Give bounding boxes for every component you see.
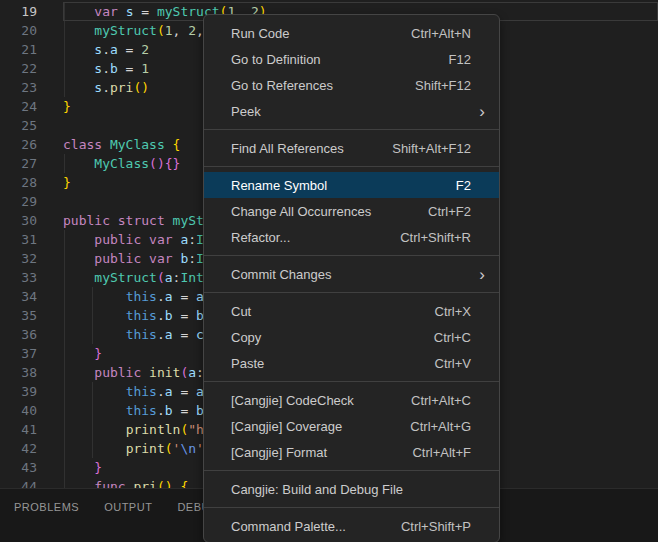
code-text: public var a:I bbox=[63, 230, 204, 249]
menu-item-run-code[interactable]: Run CodeCtrl+Alt+N bbox=[204, 20, 499, 46]
code-text: s.b = 1 bbox=[63, 59, 149, 78]
code-token bbox=[63, 42, 94, 57]
code-token: = bbox=[173, 308, 196, 323]
code-token: a bbox=[165, 384, 173, 399]
menu-item-copy[interactable]: CopyCtrl+C bbox=[204, 324, 499, 350]
line-number: 25 bbox=[0, 116, 37, 135]
line-number: 31 bbox=[0, 230, 37, 249]
line-number: 23 bbox=[0, 78, 37, 97]
line-number: 42 bbox=[0, 439, 37, 458]
menu-item-go-to-references[interactable]: Go to ReferencesShift+F12 bbox=[204, 72, 499, 98]
code-token: a bbox=[110, 42, 118, 57]
submenu-chevron-icon: › bbox=[479, 103, 485, 120]
code-token: . bbox=[102, 42, 110, 57]
menu-item-cangjie-coverage[interactable]: [Cangjie] CoverageCtrl+Alt+G bbox=[204, 413, 499, 439]
menu-item-rename-symbol[interactable]: Rename SymbolF2 bbox=[204, 172, 499, 198]
code-text: myStruct(1, 2, bbox=[63, 21, 204, 40]
menu-item-cangjie-codecheck[interactable]: [Cangjie] CodeCheckCtrl+Alt+C bbox=[204, 387, 499, 413]
menu-item-shortcut: Ctrl+Alt+G bbox=[410, 419, 471, 434]
code-token: public bbox=[63, 213, 110, 228]
code-token bbox=[141, 251, 149, 266]
code-token: 1 bbox=[165, 23, 173, 38]
code-token: var bbox=[149, 251, 172, 266]
menu-item-label: Cut bbox=[231, 304, 251, 319]
code-token: ( bbox=[165, 441, 173, 456]
code-token: ( bbox=[157, 23, 165, 38]
line-number: 28 bbox=[0, 173, 37, 192]
code-token: public bbox=[94, 365, 141, 380]
menu-item-shortcut: Shift+Alt+F12 bbox=[392, 141, 471, 156]
code-token: . bbox=[157, 308, 165, 323]
menu-separator bbox=[204, 292, 499, 293]
menu-item-find-all-references[interactable]: Find All ReferencesShift+Alt+F12 bbox=[204, 135, 499, 161]
menu-item-cangjie-build-and-debug-file[interactable]: Cangjie: Build and Debug File bbox=[204, 476, 499, 502]
code-token bbox=[63, 441, 126, 456]
menu-item-commit-changes[interactable]: Commit Changes› bbox=[204, 261, 499, 287]
menu-item-shortcut: Ctrl+V bbox=[435, 356, 471, 371]
indent-guide bbox=[92, 420, 93, 439]
code-token bbox=[118, 4, 126, 19]
indent-guide bbox=[92, 306, 93, 325]
code-text: this.a = a bbox=[63, 287, 204, 306]
code-token: } bbox=[94, 346, 102, 361]
panel-tab-problems[interactable]: PROBLEMS bbox=[14, 501, 79, 513]
menu-item-change-all-occurrences[interactable]: Change All OccurrencesCtrl+F2 bbox=[204, 198, 499, 224]
code-token: b bbox=[165, 308, 173, 323]
menu-item-command-palette[interactable]: Command Palette...Ctrl+Shift+P bbox=[204, 513, 499, 539]
menu-item-cut[interactable]: CutCtrl+X bbox=[204, 298, 499, 324]
code-token: 2 bbox=[141, 42, 149, 57]
code-text: this.a = c bbox=[63, 325, 204, 344]
code-token: class bbox=[63, 137, 102, 152]
code-text: println("h bbox=[63, 420, 204, 439]
code-token: } bbox=[173, 156, 181, 171]
indent-guide bbox=[64, 2, 65, 21]
code-text: public init(a: bbox=[63, 363, 204, 382]
menu-item-go-to-definition[interactable]: Go to DefinitionF12 bbox=[204, 46, 499, 72]
code-text: myStruct(a:Int bbox=[63, 268, 204, 287]
code-token: ( bbox=[157, 270, 165, 285]
code-token: ( bbox=[149, 156, 157, 171]
menu-item-paste[interactable]: PasteCtrl+V bbox=[204, 350, 499, 376]
code-token: this bbox=[126, 384, 157, 399]
indent-guide bbox=[92, 325, 93, 344]
menu-item-cangjie-format[interactable]: [Cangjie] FormatCtrl+Alt+F bbox=[204, 439, 499, 465]
code-token: pri bbox=[110, 80, 133, 95]
menu-separator bbox=[204, 381, 499, 382]
line-number: 20 bbox=[0, 21, 37, 40]
code-token bbox=[63, 156, 94, 171]
code-token bbox=[63, 308, 126, 323]
code-token: . bbox=[157, 327, 165, 342]
menu-item-shortcut: F2 bbox=[456, 178, 471, 193]
code-token: mySt bbox=[173, 213, 204, 228]
code-token: = bbox=[133, 4, 156, 19]
code-token: a bbox=[188, 365, 196, 380]
code-token: a bbox=[165, 327, 173, 342]
code-token: a bbox=[165, 289, 173, 304]
indent-guide bbox=[64, 40, 65, 59]
menu-separator bbox=[204, 166, 499, 167]
panel-tab-output[interactable]: OUTPUT bbox=[104, 501, 152, 513]
code-token bbox=[63, 384, 126, 399]
menu-item-label: Refactor... bbox=[231, 230, 290, 245]
menu-item-label: Command Palette... bbox=[231, 519, 346, 534]
code-token: = bbox=[118, 42, 141, 57]
menu-item-refactor[interactable]: Refactor...Ctrl+Shift+R bbox=[204, 224, 499, 250]
indent-guide bbox=[92, 287, 93, 306]
code-token bbox=[63, 232, 94, 247]
code-token: print bbox=[126, 441, 165, 456]
line-number: 21 bbox=[0, 40, 37, 59]
menu-item-shortcut: Ctrl+Alt+F bbox=[412, 445, 471, 460]
line-number: 40 bbox=[0, 401, 37, 420]
code-token: = bbox=[173, 327, 196, 342]
line-number: 38 bbox=[0, 363, 37, 382]
line-number: 26 bbox=[0, 135, 37, 154]
code-token bbox=[63, 422, 126, 437]
code-token bbox=[63, 346, 94, 361]
code-token: { bbox=[165, 156, 173, 171]
line-number: 37 bbox=[0, 344, 37, 363]
code-token bbox=[102, 137, 110, 152]
menu-item-peek[interactable]: Peek› bbox=[204, 98, 499, 124]
code-token bbox=[63, 251, 94, 266]
indent-guide bbox=[64, 21, 65, 40]
code-token: { bbox=[173, 137, 181, 152]
